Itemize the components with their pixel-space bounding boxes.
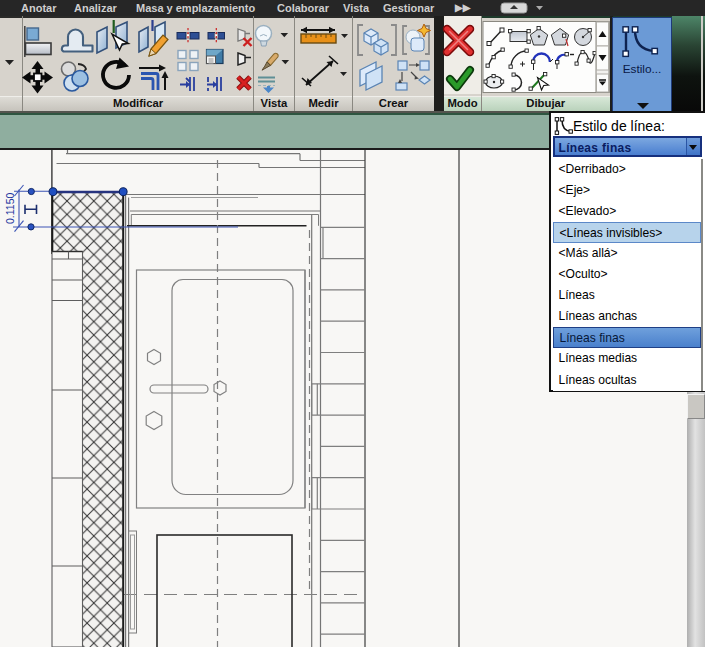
svg-text:0.1150: 0.1150 (4, 193, 16, 224)
